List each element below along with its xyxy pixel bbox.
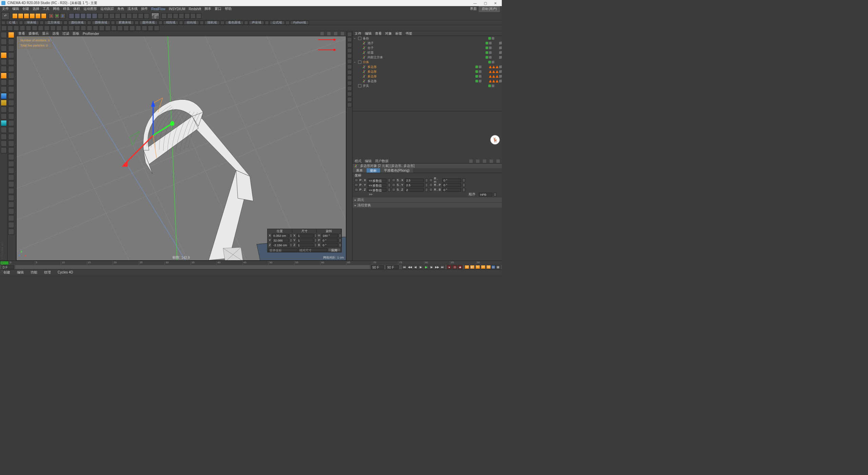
field-button[interactable]: 圆环体域	[139, 21, 158, 25]
vp-menu-4[interactable]: 过滤	[62, 31, 69, 36]
vp-dock-btn[interactable]	[347, 59, 352, 64]
tag-icon[interactable]	[489, 65, 492, 68]
coord-input[interactable]: 0 °	[442, 183, 461, 187]
deform-btn[interactable]	[20, 25, 25, 31]
field-button[interactable]: 球体域	[24, 21, 39, 25]
field-button[interactable]: 圆柱体域	[68, 21, 86, 25]
vp-menu-2[interactable]: 显示	[42, 31, 49, 36]
dock-btn[interactable]	[8, 73, 14, 79]
pos-mode-select[interactable]: 世界坐标	[268, 248, 297, 252]
vp-dock-btn[interactable]	[347, 81, 352, 86]
cp-input[interactable]: 1	[297, 239, 314, 242]
dock-btn[interactable]	[1, 39, 7, 45]
tree-row[interactable]: −分体	[353, 60, 502, 64]
layout-select[interactable]: 启动 (用户)	[479, 6, 500, 12]
tool-btn[interactable]	[115, 13, 120, 19]
vp-cfg-icon[interactable]	[327, 32, 331, 35]
deform-btn[interactable]	[93, 25, 98, 31]
lock-toggle[interactable]	[392, 178, 395, 182]
lock-toggle[interactable]	[355, 183, 358, 187]
vis-dot[interactable]	[486, 46, 488, 49]
tool-btn[interactable]	[109, 13, 115, 19]
tree-row[interactable]: 台子	[353, 45, 502, 50]
vp-menu-0[interactable]: 查看	[18, 31, 25, 36]
vis-dot[interactable]	[489, 42, 492, 44]
tag-icon[interactable]	[499, 80, 502, 82]
vp-dock-btn[interactable]	[347, 32, 352, 37]
field-button[interactable]: 声音域	[249, 21, 264, 25]
coord-input[interactable]: 0 °	[442, 178, 461, 182]
vis-dot[interactable]	[486, 42, 488, 44]
field-button[interactable]: Python域	[290, 21, 309, 25]
nav-up-icon[interactable]	[483, 159, 486, 163]
window-close[interactable]: ✕	[490, 1, 500, 5]
quat-section[interactable]: ▸四元	[353, 197, 502, 202]
step-btn[interactable]	[388, 178, 391, 182]
menu-0[interactable]: 文件	[2, 6, 9, 11]
dock-btn[interactable]	[1, 93, 7, 99]
vp-dock-btn[interactable]	[347, 97, 352, 102]
dock-btn[interactable]	[1, 86, 7, 92]
vis-dot[interactable]	[475, 80, 478, 82]
tool-btn[interactable]	[184, 13, 190, 19]
tool-btn[interactable]	[126, 13, 132, 19]
coord-input[interactable]: <<多数值>>	[368, 178, 387, 182]
vis-dot[interactable]	[489, 46, 492, 49]
field-icon[interactable]	[19, 21, 23, 25]
size-mode-select[interactable]: 绝对尺寸	[298, 248, 327, 252]
menu-icon[interactable]	[496, 159, 500, 163]
key-btn[interactable]: ◆	[458, 265, 462, 269]
field-button[interactable]: 线性域	[163, 21, 178, 25]
vp-dock-btn[interactable]	[347, 48, 352, 53]
dock-btn[interactable]	[1, 113, 7, 119]
dock-btn[interactable]	[8, 134, 14, 140]
field-button[interactable]: 径向域	[184, 21, 199, 25]
window-min[interactable]: —	[470, 1, 480, 5]
tree-row[interactable]: 硅基	[353, 50, 502, 55]
vis-dot[interactable]	[492, 84, 494, 87]
menu-13[interactable]: RealFlow	[151, 7, 165, 11]
tree-row[interactable]: 多边形	[353, 74, 502, 79]
step-btn[interactable]	[388, 183, 391, 187]
step-btn[interactable]	[462, 178, 465, 182]
tool-btn[interactable]	[138, 13, 143, 19]
vp-menu-1[interactable]: 摄像机	[28, 31, 39, 36]
dock-btn[interactable]	[8, 120, 14, 126]
dock-btn[interactable]	[1, 59, 7, 65]
obj-tab-5[interactable]: 书签	[406, 31, 412, 36]
tool-btn[interactable]	[144, 13, 149, 19]
dock-btn[interactable]	[8, 107, 14, 113]
menu-3[interactable]: 选择	[33, 6, 39, 11]
nav-fwd-icon[interactable]	[476, 159, 479, 163]
cp-step[interactable]	[290, 234, 292, 238]
step-btn[interactable]	[388, 188, 391, 192]
tool-btn[interactable]	[24, 13, 29, 19]
field-button[interactable]: 圆锥体域	[92, 21, 110, 25]
dock-btn[interactable]	[8, 39, 14, 45]
tool-btn[interactable]	[179, 13, 184, 19]
dock-btn[interactable]	[8, 229, 14, 235]
key-rot-btn[interactable]: ↻	[475, 265, 480, 269]
nav-back-icon[interactable]	[469, 159, 473, 163]
field-icon[interactable]	[244, 21, 248, 25]
tool-btn[interactable]	[190, 13, 196, 19]
vis-dot[interactable]	[489, 51, 492, 54]
dock-btn[interactable]	[8, 100, 14, 106]
axis-x-btn[interactable]: X	[48, 13, 54, 19]
deform-btn[interactable]	[154, 25, 159, 31]
goto-start-btn[interactable]: ⏮	[402, 265, 407, 269]
tool-btn[interactable]	[98, 13, 103, 19]
dock-btn[interactable]	[8, 45, 14, 52]
vis-dot[interactable]	[475, 75, 478, 78]
play-btn[interactable]: ▶	[424, 265, 429, 269]
vp-cfg-icon[interactable]	[341, 32, 344, 35]
menu-4[interactable]: 工具	[43, 6, 50, 11]
step-btn[interactable]	[462, 188, 465, 192]
menu-14[interactable]: INSYDIUM	[169, 7, 185, 11]
freeze-section[interactable]: ▸冻结变换	[353, 203, 502, 208]
deform-btn[interactable]	[123, 25, 129, 31]
dock-btn[interactable]	[8, 195, 14, 201]
lock-toggle[interactable]	[392, 183, 395, 187]
vp-dock-btn[interactable]	[347, 37, 352, 42]
cp-step[interactable]	[339, 234, 341, 238]
